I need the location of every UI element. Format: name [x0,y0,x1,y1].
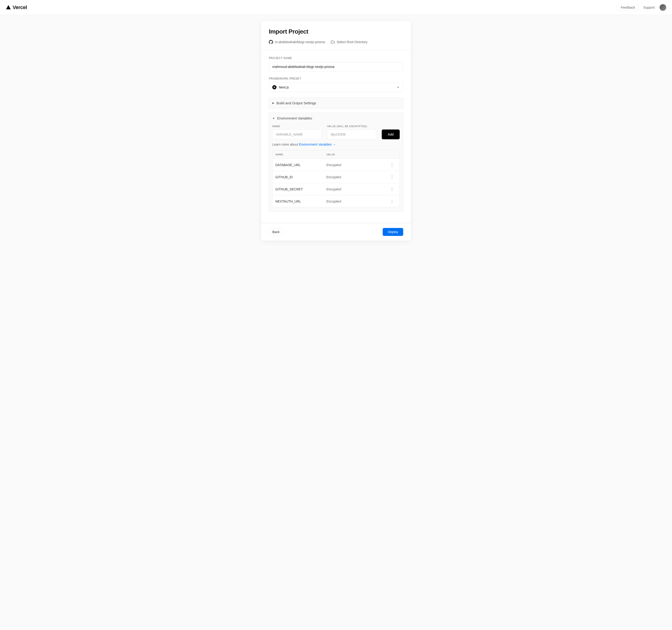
env-value-input[interactable] [327,129,376,139]
brand-name: Vercel [13,4,27,10]
env-row-name: GITHUB_SECRET [275,187,326,191]
deploy-button[interactable]: Deploy [383,228,403,236]
build-output-label: Build and Output Settings [277,101,316,105]
col-name-header: NAME [275,153,326,156]
root-directory-label: Select Root Directory [337,40,367,44]
env-row-value: Encrypted [326,163,387,167]
page-title: Import Project [269,28,403,35]
col-value-header: VALUE [326,153,387,156]
more-icon[interactable]: ⋮ [387,175,397,179]
github-icon [269,40,273,44]
avatar[interactable] [659,4,666,11]
header-right: Feedback Support [617,4,666,11]
table-header: NAME VALUE [272,150,400,159]
folder-icon [331,40,335,44]
env-row-value: Encrypted [326,175,387,179]
env-vars-panel: ▼ Environment Variables NAME VALUE (WILL… [269,113,403,212]
table-row: NEXTAUTH_URL Encrypted ⋮ [272,195,400,207]
env-name-input[interactable] [272,129,321,139]
support-link[interactable]: Support [643,6,655,9]
build-output-toggle[interactable]: ▶ Build and Output Settings [269,98,403,108]
env-vars-docs-link[interactable]: Environment Variables → [299,143,336,146]
feedback-button[interactable]: Feedback [617,4,639,11]
repo-path: m-abdelwahab/blogr-nextjs-prisma [275,40,325,44]
env-vars-label: Environment Variables [277,116,312,120]
more-icon[interactable]: ⋮ [387,163,397,167]
build-output-panel: ▶ Build and Output Settings [269,98,403,108]
framework-preset-value: Next.js [279,86,289,89]
env-row-value: Encrypted [326,199,387,203]
project-name-input[interactable] [269,62,403,71]
table-row: DATABASE_URL Encrypted ⋮ [272,159,400,171]
triangle-right-icon: ▶ [272,101,274,104]
more-icon[interactable]: ⋮ [387,187,397,191]
chevron-down-icon [397,86,400,89]
env-value-label: VALUE (WILL BE ENCRYPTED) [327,125,376,128]
env-vars-toggle[interactable]: ▼ Environment Variables [269,113,403,123]
framework-preset-label: FRAMEWORK PRESET [269,77,403,80]
table-row: GITHUB_ID Encrypted ⋮ [272,171,400,183]
back-button[interactable]: Back [269,228,283,236]
env-row-name: DATABASE_URL [275,163,326,167]
add-button[interactable]: Add [382,129,400,139]
repo-meta: m-abdelwahab/blogr-nextjs-prisma [269,40,325,44]
env-vars-table: NAME VALUE DATABASE_URL Encrypted ⋮ GITH… [272,150,400,208]
more-icon[interactable]: ⋮ [387,199,397,203]
table-row: GITHUB_SECRET Encrypted ⋮ [272,183,400,195]
import-project-card: Import Project m-abdelwahab/blogr-nextjs… [261,21,411,241]
framework-preset-select[interactable]: N Next.js [269,82,403,92]
learn-more-text: Learn more about Environment Variables → [272,143,400,146]
project-name-label: PROJECT NAME [269,56,403,60]
env-row-name: NEXTAUTH_URL [275,199,326,203]
vercel-triangle-icon [6,5,11,10]
env-row-name: GITHUB_ID [275,175,326,179]
env-name-label: NAME [272,125,321,128]
vercel-logo[interactable]: Vercel [6,4,27,10]
env-row-value: Encrypted [326,187,387,191]
root-directory-meta[interactable]: Select Root Directory [331,40,367,44]
app-header: Vercel Feedback Support [0,0,672,15]
nextjs-icon: N [272,85,277,89]
triangle-down-icon: ▼ [272,117,275,120]
